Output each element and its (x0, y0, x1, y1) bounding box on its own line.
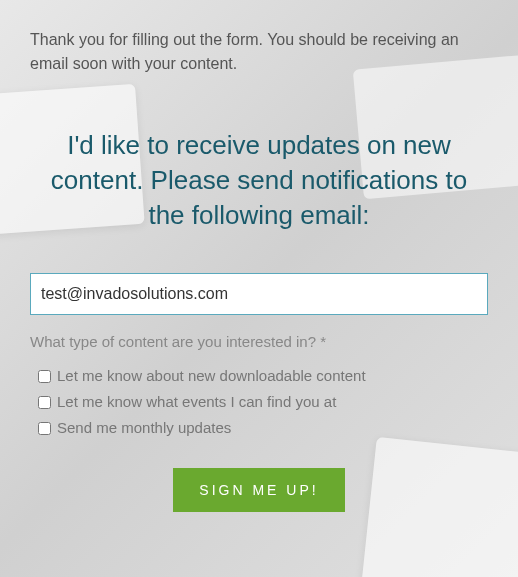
subscribe-headline: I'd like to receive updates on new conte… (30, 128, 488, 233)
checkbox-monthly[interactable] (38, 422, 51, 435)
option-monthly[interactable]: Send me monthly updates (38, 416, 488, 440)
checkbox-events[interactable] (38, 396, 51, 409)
thank-you-message: Thank you for filling out the form. You … (30, 28, 488, 76)
option-label: Send me monthly updates (57, 416, 231, 440)
option-label: Let me know what events I can find you a… (57, 390, 336, 414)
option-downloadable[interactable]: Let me know about new downloadable conte… (38, 364, 488, 388)
option-events[interactable]: Let me know what events I can find you a… (38, 390, 488, 414)
submit-row: SIGN ME UP! (30, 468, 488, 512)
sign-up-button[interactable]: SIGN ME UP! (173, 468, 344, 512)
email-field[interactable] (30, 273, 488, 315)
content-type-question: What type of content are you interested … (30, 333, 488, 350)
options-group: Let me know about new downloadable conte… (30, 364, 488, 440)
option-label: Let me know about new downloadable conte… (57, 364, 366, 388)
checkbox-downloadable[interactable] (38, 370, 51, 383)
form-container: Thank you for filling out the form. You … (0, 0, 518, 542)
